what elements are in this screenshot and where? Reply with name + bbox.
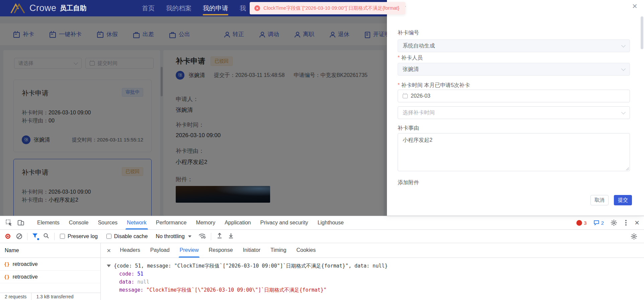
divider: [27, 233, 27, 240]
error-circle-icon: [254, 5, 260, 11]
chevron-down-icon: [621, 67, 626, 71]
name-column-header[interactable]: Name: [0, 243, 100, 258]
devtools-tabbar: Elements Console Sources Network Perform…: [0, 216, 644, 230]
tab-application[interactable]: Application: [220, 216, 255, 229]
network-request-row[interactable]: {} retroactive: [0, 271, 100, 283]
network-toolbar: Preserve log Disable cache No throttling: [0, 230, 644, 243]
tab-sources[interactable]: Sources: [93, 216, 122, 229]
network-status-bar: 2 requests 1.3 kB transferred: [0, 293, 100, 300]
preview-summary: {code: 51, message: "ClockTime字段值`["2026…: [114, 263, 388, 269]
preview-entry[interactable]: message"ClockTime字段值`[\"2026-03-10 09:00…: [107, 286, 644, 294]
tab-lighthouse[interactable]: Lighthouse: [313, 216, 348, 229]
nav-item-home[interactable]: 首页: [142, 0, 155, 16]
network-settings-gear-icon[interactable]: [631, 233, 637, 240]
request-name: retroactive: [13, 274, 38, 280]
buka-time-label: 补卡时间 本月已申请5次补卡: [398, 82, 470, 89]
subtab-response[interactable]: Response: [204, 243, 238, 258]
nav-item-my-requests[interactable]: 我的申请: [203, 0, 228, 16]
devtools-tabbar-right: 3 2 ×: [576, 216, 639, 229]
buka-month-input[interactable]: 2026-03: [398, 90, 630, 102]
inspect-element-icon[interactable]: [5, 219, 13, 226]
throttling-select[interactable]: No throttling: [156, 233, 184, 239]
issues-counter[interactable]: 2: [593, 220, 604, 226]
transferred-size: 1.3 kB transferred: [31, 293, 78, 300]
buka-reason-textarea[interactable]: 小程序发起2: [398, 133, 630, 171]
console-errors-counter[interactable]: 3: [576, 220, 586, 226]
divider: [54, 233, 55, 240]
disable-cache-checkbox[interactable]: [106, 234, 111, 239]
devtools-tabs: Elements Console Sources Network Perform…: [32, 216, 348, 229]
nav-item-truncated[interactable]: 我: [240, 0, 246, 16]
subtab-preview[interactable]: Preview: [175, 243, 204, 258]
chevron-down-icon[interactable]: [188, 235, 191, 237]
drawer-scrollbar[interactable]: [641, 16, 643, 49]
buka-drawer: 补卡 × 补卡编号 系统自动生成 补卡人员 张婉清 补卡时间 本月已申请5次补卡…: [387, 0, 644, 216]
submit-button[interactable]: 提交: [614, 195, 632, 205]
json-value: "ClockTime字段值`[\"2026-03-10 09:00\"]`日期格…: [146, 287, 326, 293]
issue-count: 2: [601, 220, 604, 226]
close-details-icon[interactable]: ×: [107, 246, 111, 255]
crowe-logo-icon: [10, 3, 25, 14]
nav-menu: 首页 我的档案 我的申请 我: [142, 0, 246, 16]
network-conditions-icon[interactable]: [198, 232, 206, 240]
error-circle-icon: [576, 220, 582, 226]
tab-console[interactable]: Console: [64, 216, 93, 229]
more-options-kebab-icon[interactable]: [625, 222, 627, 223]
devtools-close-icon[interactable]: ×: [635, 216, 639, 229]
device-toolbar-icon[interactable]: [17, 219, 24, 226]
subtab-payload[interactable]: Payload: [145, 243, 175, 258]
tab-memory[interactable]: Memory: [191, 216, 220, 229]
divider: [211, 233, 211, 240]
brand: Crowe 员工自助: [10, 0, 87, 16]
disable-cache-label[interactable]: Disable cache: [114, 233, 148, 239]
import-har-icon[interactable]: [217, 232, 223, 240]
json-braces-icon: {}: [4, 262, 10, 267]
json-value: 51: [137, 271, 143, 277]
buka-reason-value: 小程序发起2: [403, 137, 432, 143]
record-network-log-icon[interactable]: [5, 234, 10, 239]
export-har-icon[interactable]: [228, 232, 234, 240]
tab-network[interactable]: Network: [122, 216, 151, 229]
preview-summary-row[interactable]: {code: 51, message: "ClockTime字段值`["2026…: [107, 262, 644, 270]
buka-number-label: 补卡编号: [398, 29, 419, 36]
nav-item-profile[interactable]: 我的档案: [166, 0, 191, 16]
request-details-pane: × Headers Payload Preview Response Initi…: [101, 243, 644, 300]
preserve-log-label[interactable]: Preserve log: [68, 233, 98, 239]
requests-count: 2 requests: [0, 293, 31, 300]
json-key: data: [119, 279, 137, 285]
buka-number-select[interactable]: 系统自动生成: [398, 39, 630, 52]
preserve-log-checkbox[interactable]: [60, 234, 65, 239]
expand-triangle-icon[interactable]: [107, 265, 111, 267]
buka-time-placeholder: 选择补卡时间: [403, 109, 435, 116]
network-request-row[interactable]: {} retroactive: [0, 258, 100, 271]
calendar-icon: [403, 94, 408, 98]
tab-privacy-security[interactable]: Privacy and security: [255, 216, 313, 229]
subtab-cookies[interactable]: Cookies: [291, 243, 321, 258]
issues-bubble-icon: [593, 220, 599, 225]
resize-grip-icon[interactable]: [626, 167, 629, 170]
buka-number-value: 系统自动生成: [403, 42, 435, 49]
json-preview-tree: {code: 51, message: "ClockTime字段值`["2026…: [101, 258, 644, 300]
search-icon[interactable]: [43, 233, 49, 240]
cancel-button[interactable]: 取消: [590, 195, 609, 205]
subtab-initiator[interactable]: Initiator: [238, 243, 265, 258]
add-attachment-label[interactable]: 添加附件: [398, 179, 419, 186]
buka-person-select[interactable]: 张婉清: [398, 63, 630, 76]
tab-elements[interactable]: Elements: [32, 216, 64, 229]
close-icon[interactable]: ×: [632, 1, 637, 11]
settings-gear-icon[interactable]: [611, 219, 617, 226]
subtab-headers[interactable]: Headers: [115, 243, 145, 258]
buka-person-label: 补卡人员: [398, 55, 423, 62]
devtools-panel: Elements Console Sources Network Perform…: [0, 216, 644, 300]
subtab-timing[interactable]: Timing: [265, 243, 291, 258]
preview-entry[interactable]: code51: [107, 270, 644, 278]
preview-entry[interactable]: datanull: [107, 278, 644, 286]
filter-funnel-icon[interactable]: [32, 233, 38, 239]
buka-reason-label: 补卡事由: [398, 125, 419, 132]
error-count: 3: [584, 220, 586, 226]
json-key: code: [119, 271, 137, 277]
buka-time-select[interactable]: 选择补卡时间: [398, 106, 630, 119]
tab-performance[interactable]: Performance: [151, 216, 191, 229]
clear-network-log-icon[interactable]: [16, 233, 22, 239]
json-braces-icon: {}: [4, 274, 10, 280]
